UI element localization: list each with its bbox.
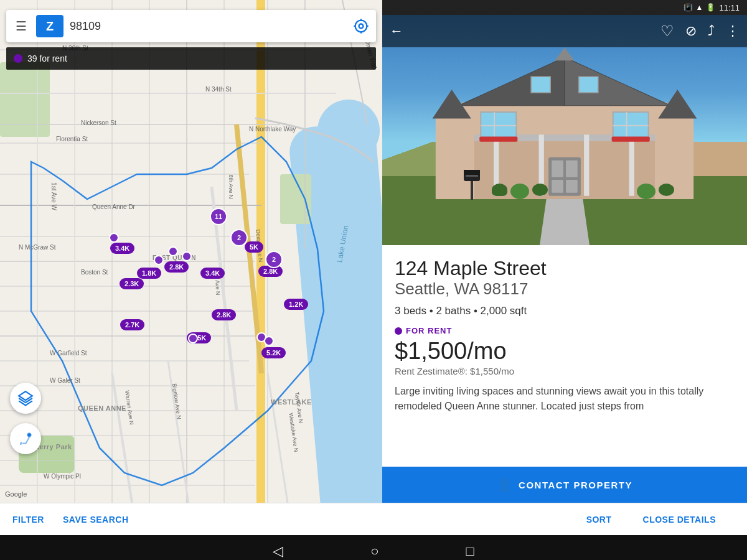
contact-btn-label: CONTACT PROPERTY — [519, 480, 632, 490]
sort-button[interactable]: SORT — [586, 515, 612, 525]
property-image: ← ♡ ⊘ ⤴ ⋮ — [382, 15, 747, 245]
status-icons: 📳 ▲ 🔋 — [684, 3, 716, 12]
price-label[interactable]: 2.8K — [212, 309, 236, 320]
street-label: N 34th St — [205, 86, 232, 93]
contact-property-button[interactable]: 👤 CONTACT PROPERTY — [382, 467, 747, 503]
price-label[interactable]: 1.2K — [284, 299, 308, 310]
svg-rect-55 — [552, 161, 563, 177]
price-label[interactable]: 2.3K — [120, 278, 144, 289]
google-logo: Google — [5, 490, 27, 498]
area-label: QUEEN ANNE — [78, 404, 126, 412]
shrubs — [492, 184, 548, 199]
street-label: Boston St — [81, 269, 108, 276]
for-rent-label: FOR RENT — [406, 326, 452, 335]
svg-rect-61 — [481, 125, 516, 126]
vibrate-icon: 📳 — [684, 3, 693, 12]
map-draw-button[interactable] — [10, 423, 41, 454]
street-label: N McGraw St — [19, 244, 55, 251]
results-dot — [14, 54, 22, 63]
property-price: $1,500/mo — [395, 338, 735, 365]
shrubs-right — [637, 184, 674, 199]
map-property-dot[interactable] — [264, 336, 274, 346]
svg-point-32 — [359, 24, 364, 29]
home-nav-icon[interactable]: ○ — [370, 543, 378, 559]
map-panel[interactable]: 3.4K 2.3K 1.8K 2.7K 3.5K 2.8K 3.4K 5K 2.… — [0, 0, 382, 535]
filter-button[interactable]: FILTER — [12, 515, 44, 525]
price-label[interactable]: 2.7K — [120, 319, 144, 330]
svg-rect-53 — [629, 134, 634, 195]
zillow-logo: Z — [36, 15, 63, 37]
results-bar: 39 for rent — [6, 47, 376, 70]
battery-icon: 🔋 — [706, 3, 715, 12]
price-label[interactable]: 5K — [245, 241, 263, 253]
more-button[interactable]: ⋮ — [726, 23, 740, 39]
price-label[interactable]: 5.2K — [261, 347, 286, 358]
price-label[interactable]: 2.8K — [164, 261, 189, 273]
svg-rect-57 — [552, 180, 563, 193]
svg-rect-71 — [471, 181, 473, 200]
wifi-icon: ▲ — [696, 3, 703, 12]
map-bottom-toolbar: FILTER SAVE SEARCH — [0, 503, 382, 535]
detail-header: ← ♡ ⊘ ⤴ ⋮ — [382, 15, 747, 47]
svg-rect-68 — [579, 77, 598, 93]
area-label: WESTLAKE — [271, 398, 312, 406]
street-label: Florentia St — [56, 136, 88, 142]
contact-person-icon: 👤 — [497, 477, 512, 492]
property-info-section: 124 Maple Street Seattle, WA 98117 3 bed… — [382, 245, 747, 467]
svg-rect-66 — [612, 137, 650, 142]
map-property-dot[interactable] — [168, 246, 178, 256]
map-layer-button[interactable] — [10, 383, 41, 414]
street-label: Queen Anne Dr — [92, 203, 135, 210]
svg-point-39 — [27, 433, 31, 436]
close-details-button[interactable]: CLOSE DETAILS — [643, 515, 716, 525]
svg-rect-67 — [531, 77, 550, 93]
map-property-dot[interactable] — [109, 233, 119, 243]
price-label[interactable]: 3.4K — [200, 268, 225, 279]
property-specs: 3 beds • 2 baths • 2,000 sqft — [395, 305, 735, 317]
svg-rect-64 — [613, 125, 649, 126]
map-background: 3.4K 2.3K 1.8K 2.7K 3.5K 2.8K 3.4K 5K 2.… — [0, 0, 382, 535]
save-search-button[interactable]: SAVE SEARCH — [63, 515, 129, 525]
svg-rect-70 — [464, 170, 480, 175]
property-address-line1: 124 Maple Street — [395, 258, 735, 279]
price-cluster[interactable]: 11 — [210, 208, 227, 225]
recent-nav-icon[interactable]: □ — [466, 543, 474, 559]
menu-icon[interactable]: ☰ — [6, 19, 36, 34]
price-label[interactable]: 3.4K — [110, 243, 134, 254]
map-property-dot[interactable] — [182, 251, 192, 261]
back-button[interactable]: ← — [390, 23, 403, 39]
for-rent-badge: FOR RENT — [395, 326, 735, 335]
street-label: W Galer St — [50, 377, 80, 384]
map-property-dot[interactable] — [154, 255, 164, 265]
svg-marker-43 — [555, 48, 574, 61]
price-cluster[interactable]: 2 — [230, 229, 248, 246]
street-label: W Garfield St — [50, 350, 87, 357]
svg-rect-58 — [566, 180, 578, 193]
street-label: Nickerson St — [81, 119, 116, 126]
detail-bottom-toolbar: SORT CLOSE DETAILS — [382, 503, 747, 535]
property-description: Large inviting living spaces and stunnin… — [395, 384, 735, 414]
header-action-buttons: ♡ ⊘ ⤴ ⋮ — [660, 22, 740, 40]
svg-rect-56 — [566, 161, 578, 177]
svg-point-33 — [355, 21, 367, 32]
status-bar: 📳 ▲ 🔋 11:11 — [382, 0, 747, 15]
price-cluster[interactable]: 2 — [265, 251, 283, 268]
rent-zestimate: Rent Zestimate®: $1,550/mo — [395, 366, 735, 376]
property-detail-panel: 📳 ▲ 🔋 11:11 — [382, 0, 747, 535]
share-button[interactable]: ⤴ — [708, 23, 715, 39]
mailbox — [463, 170, 481, 195]
results-count: 39 for rent — [27, 54, 67, 63]
property-address-line2: Seattle, WA 98117 — [395, 279, 735, 299]
clock: 11:11 — [719, 3, 740, 12]
search-input-display[interactable]: 98109 — [70, 20, 346, 33]
location-button[interactable] — [346, 17, 376, 35]
android-nav-bar: ◁ ○ □ — [0, 535, 747, 560]
street-label: 6th Ave N — [228, 175, 234, 199]
for-rent-dot — [395, 327, 402, 335]
price-label[interactable]: 1.8K — [137, 268, 161, 279]
block-button[interactable]: ⊘ — [685, 23, 697, 39]
map-property-dot[interactable] — [188, 334, 198, 343]
back-nav-icon[interactable]: ◁ — [273, 543, 283, 559]
heart-button[interactable]: ♡ — [660, 22, 674, 40]
map-search-bar[interactable]: ☰ Z 98109 — [6, 10, 376, 42]
